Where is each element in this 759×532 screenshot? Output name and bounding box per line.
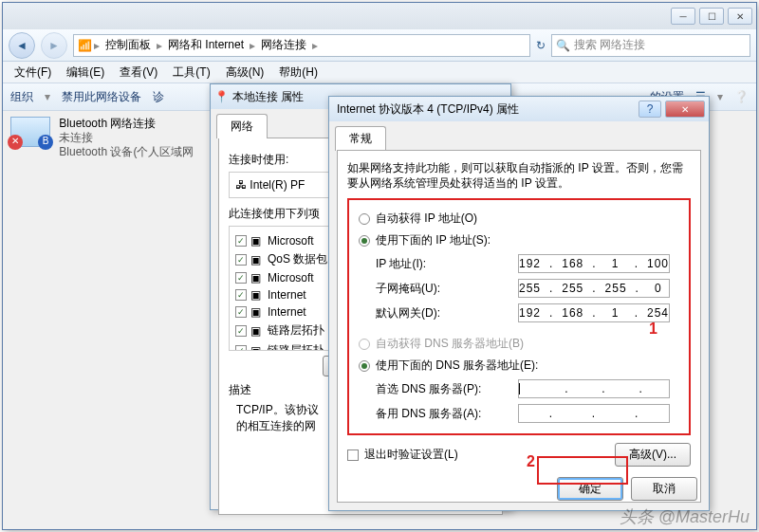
bluetooth-badge-icon: B: [38, 135, 53, 150]
settings-group: 自动获得 IP 地址(O) 使用下面的 IP 地址(S): IP 地址(I): …: [347, 198, 691, 435]
protocol-icon: ▣: [250, 253, 264, 266]
radio-auto-ip[interactable]: 自动获得 IP 地址(O): [359, 208, 679, 229]
close-button[interactable]: ✕: [665, 101, 705, 118]
subnet-mask-label: 子网掩码(U):: [376, 281, 518, 297]
protocol-label: QoS 数据包: [268, 251, 327, 267]
menu-bar: 文件(F) 编辑(E) 查看(V) 工具(T) 高级(N) 帮助(H): [3, 62, 756, 83]
checkbox-icon[interactable]: ✓: [235, 272, 247, 284]
bluetooth-connection-icon[interactable]: ✕ B: [10, 117, 50, 147]
dns2-input[interactable]: ...: [518, 404, 670, 423]
tab-network[interactable]: 网络: [216, 114, 268, 138]
forward-button[interactable]: ►: [41, 32, 67, 59]
menu-tools[interactable]: 工具(T): [167, 63, 215, 83]
cmd-organize[interactable]: 组织: [10, 89, 33, 105]
dns1-label: 首选 DNS 服务器(P):: [376, 381, 518, 397]
info-text: 如果网络支持此功能，则可以获取自动指派的 IP 设置。否则，您需要从网络系统管理…: [347, 160, 691, 191]
crumb[interactable]: 网络连接: [257, 37, 310, 53]
protocol-icon: ▣: [250, 305, 264, 319]
network-icon: 📍: [214, 90, 229, 103]
protocol-label: Internet: [268, 305, 306, 319]
menu-edit[interactable]: 编辑(E): [61, 63, 110, 83]
tab-body: 如果网络支持此功能，则可以获取自动指派的 IP 设置。否则，您需要从网络系统管理…: [337, 150, 701, 503]
search-placeholder: 搜索 网络连接: [574, 37, 645, 53]
dns2-label: 备用 DNS 服务器(A):: [376, 406, 518, 422]
protocol-label: Internet: [268, 288, 306, 302]
search-input[interactable]: 🔍 搜索 网络连接: [551, 34, 750, 57]
protocol-icon: ▣: [250, 234, 264, 248]
ip-address-label: IP 地址(I):: [376, 256, 518, 272]
advanced-button[interactable]: 高级(V)...: [615, 443, 691, 467]
help-button[interactable]: ?: [639, 101, 661, 118]
cmd-disable-device[interactable]: 禁用此网络设备: [62, 89, 141, 105]
checkbox-icon[interactable]: ✓: [235, 235, 247, 247]
adapter-icon: 🖧: [235, 178, 247, 192]
adapter-name: Intel(R) PF: [250, 178, 305, 192]
connection-device: Bluetooth 设备(个人区域网: [59, 145, 194, 159]
breadcrumb[interactable]: 📶 ▸ 控制面板 ▸ 网络和 Internet ▸ 网络连接 ▸: [73, 34, 530, 57]
checkbox-icon[interactable]: ✓: [235, 289, 247, 301]
tab-general[interactable]: 常规: [335, 126, 386, 151]
checkbox-icon[interactable]: ✓: [235, 306, 247, 318]
explorer-titlebar: ─ ☐ ✕: [3, 3, 756, 29]
watermark: 头条 @MasterHu: [620, 505, 750, 528]
protocol-label: 链路层拓扑: [268, 342, 324, 351]
protocol-label: Microsoft: [268, 234, 314, 248]
protocol-label: Microsoft: [268, 271, 314, 284]
menu-help[interactable]: 帮助(H): [273, 63, 324, 83]
crumb[interactable]: 控制面板: [102, 37, 155, 53]
maximize-button[interactable]: ☐: [699, 8, 724, 25]
menu-file[interactable]: 文件(F): [9, 63, 57, 83]
folder-icon: 📶: [78, 39, 92, 52]
menu-view[interactable]: 查看(V): [114, 63, 163, 83]
menu-advanced[interactable]: 高级(N): [220, 63, 270, 83]
nav-bar: ◄ ► 📶 ▸ 控制面板 ▸ 网络和 Internet ▸ 网络连接 ▸ ↻ 🔍…: [3, 29, 756, 62]
close-button[interactable]: ✕: [728, 8, 752, 25]
minimize-button[interactable]: ─: [671, 8, 695, 25]
ok-button[interactable]: 确定: [557, 477, 623, 501]
radio-use-dns[interactable]: 使用下面的 DNS 服务器地址(E):: [359, 355, 679, 376]
connection-status: 未连接: [59, 131, 194, 145]
disconnected-badge-icon: ✕: [8, 135, 23, 150]
crumb[interactable]: 网络和 Internet: [164, 37, 248, 53]
checkbox-icon[interactable]: ✓: [235, 254, 247, 266]
connection-list: ✕ B Bluetooth 网络连接 未连接 Bluetooth 设备(个人区域…: [10, 117, 200, 159]
help-icon[interactable]: ❔: [734, 90, 749, 103]
dialog-title: Internet 协议版本 4 (TCP/IPv4) 属性: [333, 101, 639, 118]
refresh-icon[interactable]: ↻: [536, 39, 546, 52]
protocol-icon: ▣: [250, 271, 264, 284]
subnet-mask-input[interactable]: 255.255.255.0: [518, 279, 670, 298]
protocol-icon: ▣: [250, 324, 264, 338]
dialog-titlebar[interactable]: Internet 协议版本 4 (TCP/IPv4) 属性 ? ✕: [329, 97, 709, 121]
protocol-icon: ▣: [250, 344, 264, 352]
ipv4-properties-dialog: Internet 协议版本 4 (TCP/IPv4) 属性 ? ✕ 常规 如果网…: [328, 96, 710, 511]
gateway-input[interactable]: 192.168.1.254: [518, 303, 670, 322]
radio-auto-dns: 自动获得 DNS 服务器地址(B): [359, 333, 679, 355]
protocol-icon: ▣: [250, 288, 264, 302]
cancel-button[interactable]: 取消: [631, 477, 697, 501]
back-button[interactable]: ◄: [9, 32, 35, 59]
validate-on-exit-checkbox[interactable]: 退出时验证设置(L): [347, 444, 458, 466]
checkbox-icon[interactable]: ✓: [235, 325, 247, 337]
cmd-diagnose[interactable]: 诊: [153, 89, 164, 105]
gateway-label: 默认网关(D):: [376, 305, 518, 321]
radio-use-ip[interactable]: 使用下面的 IP 地址(S):: [359, 229, 679, 251]
dns1-input[interactable]: ...: [518, 379, 670, 398]
protocol-label: 链路层拓扑: [268, 322, 324, 339]
checkbox-icon[interactable]: ✓: [235, 345, 247, 352]
connection-name[interactable]: Bluetooth 网络连接: [59, 117, 194, 131]
search-icon: 🔍: [556, 39, 570, 52]
ip-address-input[interactable]: 192.168.1.100: [518, 254, 670, 273]
